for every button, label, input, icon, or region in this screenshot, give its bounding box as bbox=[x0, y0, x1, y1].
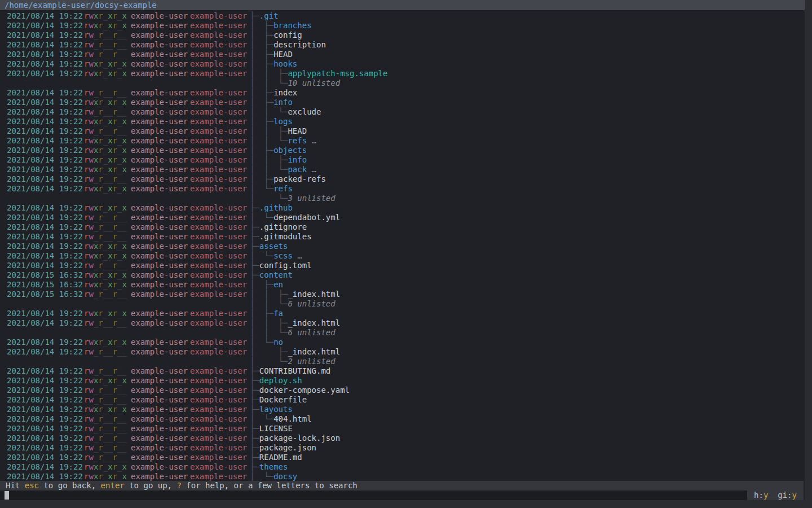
file-name[interactable]: applypatch-msg.sample bbox=[288, 69, 387, 78]
tree-row[interactable]: 2021/08/14 19:22rwxr_xr_xexample-userexa… bbox=[0, 242, 805, 251]
unlisted-count[interactable]: 3 unlisted bbox=[288, 194, 335, 203]
file-name[interactable]: exclude bbox=[288, 107, 321, 116]
tree-row[interactable]: 2021/08/14 19:22rw_r__r__example-userexa… bbox=[0, 88, 805, 98]
tree-row[interactable]: │ └─3 unlisted bbox=[0, 194, 805, 203]
unlisted-count[interactable]: 2 unlisted bbox=[288, 357, 335, 366]
file-name[interactable]: themes bbox=[259, 462, 288, 471]
file-name[interactable]: info bbox=[273, 98, 293, 107]
tree-row[interactable]: 2021/08/14 19:22rw_r__r__example-userexa… bbox=[0, 453, 805, 462]
tree-row[interactable]: 2021/08/15 16:32rwxr_xr_xexample-userexa… bbox=[0, 270, 805, 280]
tree-row[interactable]: 2021/08/14 19:22rw_r__r__example-userexa… bbox=[0, 366, 805, 376]
file-name[interactable]: CONTRIBUTING.md bbox=[259, 366, 330, 375]
file-name[interactable]: branches bbox=[273, 21, 311, 30]
file-name[interactable]: logs bbox=[273, 117, 293, 126]
owner: example-user bbox=[131, 366, 188, 376]
file-name[interactable]: scss bbox=[273, 251, 293, 260]
tree-row[interactable]: 2021/08/15 16:32rwxr_xr_xexample-userexa… bbox=[0, 280, 805, 290]
tree-row[interactable]: 2021/08/14 19:22rw_r__r__example-userexa… bbox=[0, 107, 805, 117]
tree-row[interactable]: 2021/08/14 19:22rwxr_xr_xexample-userexa… bbox=[0, 21, 805, 30]
file-name[interactable]: _index.html bbox=[288, 347, 340, 356]
file-name[interactable]: info bbox=[288, 155, 307, 164]
unlisted-count[interactable]: 6 unlisted bbox=[288, 328, 335, 337]
tree-row[interactable]: 2021/08/14 19:22rw_r__r__example-userexa… bbox=[0, 222, 805, 232]
file-name[interactable]: hooks bbox=[273, 59, 297, 68]
file-name[interactable]: 404.html bbox=[273, 414, 311, 423]
file-name[interactable]: packed-refs bbox=[273, 174, 326, 183]
file-name[interactable]: refs bbox=[273, 184, 293, 193]
tree-row[interactable]: 2021/08/14 19:22rwxr_xr_xexample-userexa… bbox=[0, 338, 805, 347]
file-name[interactable]: HEAD bbox=[288, 126, 307, 135]
file-name[interactable]: deploy.sh bbox=[259, 376, 302, 385]
tree-row[interactable]: 2021/08/14 19:22rwxr_xr_xexample-userexa… bbox=[0, 59, 805, 69]
tree-row[interactable]: 2021/08/14 19:22rw_r__r__example-userexa… bbox=[0, 318, 805, 328]
file-name[interactable]: description bbox=[273, 40, 326, 49]
file-name[interactable]: README.md bbox=[259, 453, 302, 462]
unlisted-count[interactable]: 10 unlisted bbox=[288, 78, 340, 87]
file-name[interactable]: refs bbox=[288, 136, 307, 145]
file-name[interactable]: fa bbox=[273, 309, 283, 318]
tree-row[interactable]: 2021/08/14 19:22rwxr_xr_xexample-userexa… bbox=[0, 184, 805, 194]
tree-row[interactable]: 2021/08/14 19:22rwxr_xr_xexample-userexa… bbox=[0, 136, 805, 146]
tree-row[interactable]: 2021/08/14 19:22rwxr_xr_xexample-userexa… bbox=[0, 117, 805, 126]
file-name[interactable]: HEAD bbox=[273, 50, 293, 59]
file-name[interactable]: pack bbox=[288, 165, 307, 174]
file-name[interactable]: _index.html bbox=[288, 290, 340, 299]
tree-row[interactable]: 2021/08/14 19:22rw_r__r__example-userexa… bbox=[0, 395, 805, 405]
tree-row[interactable]: 2021/08/14 19:22rw_r__r__example-userexa… bbox=[0, 443, 805, 453]
tree-row[interactable]: 2021/08/14 19:22rwxr_xr_xexample-userexa… bbox=[0, 251, 805, 261]
tree-row[interactable]: 2021/08/14 19:22rw_r__r__example-userexa… bbox=[0, 50, 805, 59]
tree-row[interactable]: │ └─2 unlisted bbox=[0, 357, 805, 366]
tree-row[interactable]: │ │ └─10 unlisted bbox=[0, 78, 805, 88]
tree-row[interactable]: 2021/08/14 19:22rwxr_xr_xexample-userexa… bbox=[0, 405, 805, 414]
tree-row[interactable]: 2021/08/14 19:22rwxr_xr_xexample-userexa… bbox=[0, 165, 805, 174]
file-name[interactable]: docsy bbox=[273, 472, 297, 481]
file-name[interactable]: docker-compose.yaml bbox=[259, 386, 350, 395]
tree-row[interactable]: 2021/08/14 19:22rwxr_xr_xexample-userexa… bbox=[0, 309, 805, 318]
tree-row[interactable]: 2021/08/14 19:22rwxr_xr_xexample-userexa… bbox=[0, 472, 805, 481]
tree-row[interactable]: │ │ └─6 unlisted bbox=[0, 328, 805, 338]
file-name[interactable]: Dockerfile bbox=[259, 395, 307, 404]
file-name[interactable]: package.json bbox=[259, 443, 316, 452]
unlisted-count[interactable]: 6 unlisted bbox=[288, 299, 335, 308]
tree-row[interactable]: 2021/08/14 19:22rwxr_xr_xexample-userexa… bbox=[0, 98, 805, 107]
file-name[interactable]: en bbox=[273, 280, 283, 289]
file-name[interactable]: layouts bbox=[259, 405, 293, 414]
tree-row[interactable]: 2021/08/14 19:22rw_r__r__example-userexa… bbox=[0, 40, 805, 50]
tree-row[interactable]: 2021/08/14 19:22rwxr_xr_xexample-userexa… bbox=[0, 203, 805, 213]
file-name[interactable]: assets bbox=[259, 242, 288, 251]
file-name[interactable]: _index.html bbox=[288, 318, 340, 327]
file-name[interactable]: index bbox=[273, 88, 297, 97]
tree-row[interactable]: 2021/08/14 19:22rw_r__r__example-userexa… bbox=[0, 232, 805, 242]
tree-row[interactable]: 2021/08/14 19:22rw_r__r__example-userexa… bbox=[0, 433, 805, 443]
file-name[interactable]: .gitignore bbox=[259, 222, 307, 231]
tree-row[interactable]: 2021/08/14 19:22rwxr_xr_xexample-userexa… bbox=[0, 155, 805, 165]
tree-row[interactable]: 2021/08/14 19:22rw_r__r__example-userexa… bbox=[0, 174, 805, 184]
file-name[interactable]: LICENSE bbox=[259, 424, 293, 433]
tree-row[interactable]: 2021/08/14 19:22rw_r__r__example-userexa… bbox=[0, 126, 805, 136]
tree-row[interactable]: 2021/08/14 19:22rw_r__r__example-userexa… bbox=[0, 414, 805, 424]
tree-row[interactable]: 2021/08/14 19:22rwxr_xr_xexample-userexa… bbox=[0, 69, 805, 78]
tree-row[interactable]: 2021/08/14 19:22rw_r__r__example-userexa… bbox=[0, 424, 805, 433]
tree-row[interactable]: 2021/08/15 16:32rw_r__r__example-userexa… bbox=[0, 290, 805, 299]
tree-row[interactable]: 2021/08/14 19:22rwxr_xr_xexample-userexa… bbox=[0, 376, 805, 386]
file-name[interactable]: no bbox=[273, 338, 283, 347]
tree-row[interactable]: 2021/08/14 19:22rwxr_xr_xexample-userexa… bbox=[0, 146, 805, 155]
file-name[interactable]: config.toml bbox=[259, 261, 312, 270]
file-name[interactable]: content bbox=[259, 270, 293, 279]
file-name[interactable]: dependabot.yml bbox=[273, 213, 340, 222]
tree-row[interactable]: 2021/08/14 19:22rwxr_xr_xexample-userexa… bbox=[0, 11, 805, 21]
tree-row[interactable]: 2021/08/14 19:22rw_r__r__example-userexa… bbox=[0, 213, 805, 222]
tree-row[interactable]: │ │ └─6 unlisted bbox=[0, 299, 805, 309]
file-name[interactable]: config bbox=[273, 30, 302, 40]
tree-row[interactable]: 2021/08/14 19:22rw_r__r__example-userexa… bbox=[0, 386, 805, 395]
tree-row[interactable]: 2021/08/14 19:22rwxr_xr_xexample-userexa… bbox=[0, 462, 805, 472]
tree-row[interactable]: 2021/08/14 19:22rw_r__r__example-userexa… bbox=[0, 30, 805, 40]
search-input[interactable]: h:y gi:y bbox=[0, 491, 804, 500]
file-name[interactable]: .github bbox=[259, 203, 293, 212]
file-name[interactable]: .gitmodules bbox=[259, 232, 312, 241]
file-name[interactable]: package-lock.json bbox=[259, 433, 340, 443]
tree-row[interactable]: 2021/08/14 19:22rw_r__r__example-userexa… bbox=[0, 261, 805, 270]
file-name[interactable]: .git bbox=[259, 11, 279, 20]
tree-row[interactable]: 2021/08/14 19:22rw_r__r__example-userexa… bbox=[0, 347, 805, 357]
file-name[interactable]: objects bbox=[273, 146, 307, 155]
